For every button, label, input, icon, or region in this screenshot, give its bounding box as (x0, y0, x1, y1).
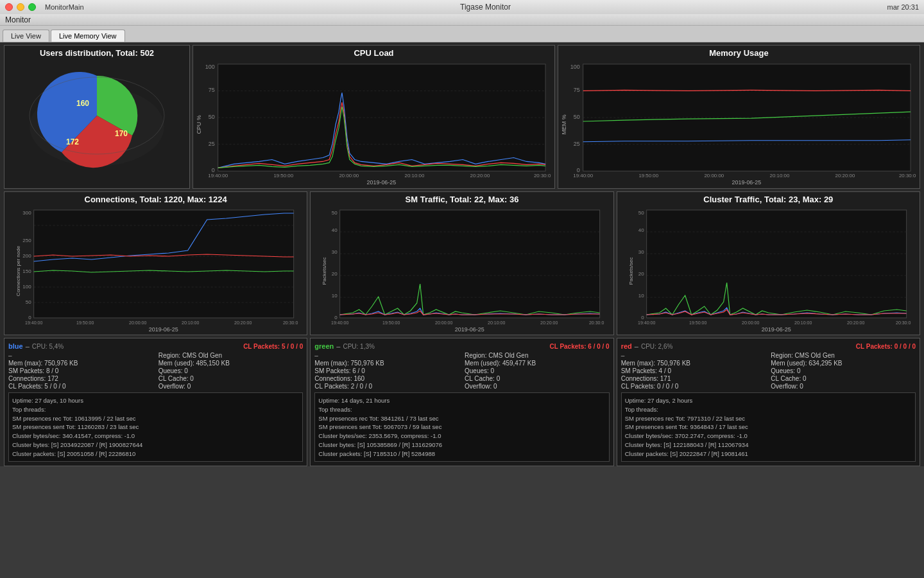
sm-x-5: 20:20:00 (540, 320, 558, 325)
node-red-mem-used: Mem (used): 634,295 KB (771, 360, 916, 367)
node-red-cl-packets-header: CL Packets: 0 / 0 / 0 (856, 343, 916, 350)
mem-date: 2019-06-25 (732, 179, 762, 186)
cpu-x-2: 19:50:00 (273, 173, 293, 179)
time-display: mar 20:31 (887, 3, 919, 11)
node-red-details: Uptime: 27 days, 2 hours Top threads: SM… (621, 392, 916, 462)
cpu-y-label: CPU % (196, 115, 202, 134)
cluster-chart: Packets/sec 0 10 20 30 40 50 19:40:00 (620, 207, 917, 332)
node-green-dash2: – (314, 352, 459, 359)
conn-y-label: Connections per node (15, 245, 21, 296)
pie-label-172: 172 (66, 137, 79, 146)
node-blue-cl-packets-header: CL Packets: 5 / 0 / 0 (243, 343, 303, 350)
close-button[interactable] (5, 3, 13, 11)
conn-y-0: 0 (28, 315, 31, 320)
node-red-line3: Cluster bytes/sec: 3702.2747, compress: … (625, 432, 912, 441)
node-green-mem-used: Mem (used): 459,477 KB (465, 360, 610, 367)
sm-x-3: 20:00:00 (435, 320, 452, 325)
node-blue-uptime: Uptime: 27 days, 10 hours (12, 396, 299, 405)
memory-usage-title: Memory Usage (561, 48, 917, 58)
node-green-cl-packets-header: CL Packets: 6 / 0 / 0 (549, 343, 609, 350)
node-green-panel: green – CPU: 1,3% CL Packets: 6 / 0 / 0 … (310, 338, 613, 466)
cpu-y-100: 100 (205, 64, 215, 70)
sm-x-1: 19:40:00 (331, 320, 348, 325)
node-red-dash: – (635, 342, 638, 350)
node-green-line1: SM presences rec Tot: 3841261 / 73 last … (318, 414, 605, 423)
minimize-button[interactable] (17, 3, 24, 11)
node-green-uptime: Uptime: 14 days, 21 hours (318, 396, 605, 405)
cl-x-2: 19:50:00 (689, 320, 706, 325)
node-green-cl-cache: CL Cache: 0 (465, 375, 610, 382)
node-blue-mem-used: Mem (used): 485,150 KB (158, 360, 304, 367)
conn-y-200: 200 (22, 253, 31, 259)
conn-x-6: 20:30:0 (283, 320, 298, 325)
cl-y-20: 20 (638, 271, 644, 277)
node-blue-top-threads: Top threads: (12, 405, 299, 414)
node-blue-line2: SM presences sent Tot: 11260283 / 23 las… (12, 423, 299, 432)
node-green-name: green (314, 342, 334, 350)
app-name: MonitorMain (45, 3, 84, 11)
mem-x-5: 20:20:00 (835, 173, 855, 179)
conn-date: 2019-06-25 (149, 326, 178, 332)
conn-x-4: 20:10:00 (182, 320, 199, 325)
users-distribution-panel: Users distribution, Total: 502 (4, 45, 190, 189)
node-blue-cl-cache: CL Cache: 0 (158, 375, 304, 382)
users-distribution-title: Users distribution, Total: 502 (7, 48, 187, 58)
node-blue-line4: Cluster bytes: [S] 2034922087 / [R] 1900… (12, 441, 299, 450)
node-blue-dash: – (26, 342, 30, 350)
sm-x-4: 20:10:00 (488, 320, 505, 325)
cl-y-30: 30 (638, 249, 644, 255)
menu-bar: Monitor (0, 14, 924, 26)
sm-x-6: 20:30:0 (589, 320, 604, 325)
node-blue-sm-packets: SM Packets: 8 / 0 (8, 367, 153, 374)
node-red-overflow: Overflow: 0 (771, 383, 916, 390)
cpu-load-chart: CPU % 0 25 50 75 100 19:40 (196, 60, 552, 186)
system-tray: mar 20:31 (887, 3, 919, 11)
node-green-details: Uptime: 14 days, 21 hours Top threads: S… (314, 392, 609, 462)
menu-item-monitor[interactable]: Monitor (5, 15, 31, 24)
cl-x-5: 20:20:00 (847, 320, 864, 325)
cl-date: 2019-06-25 (761, 326, 791, 332)
node-green-mem-max: Mem (max): 750,976 KB (314, 360, 459, 367)
node-green-dash: – (336, 342, 340, 350)
connections-panel: Connections, Total: 1220, Max: 1224 Conn… (4, 191, 307, 335)
sm-x-2: 19:50:00 (382, 320, 400, 325)
node-green-overflow: Overflow: 0 (465, 383, 610, 390)
node-red-dash2: – (621, 352, 766, 359)
node-green-line5: Cluster packets: [S] 7185310 / [R] 52849… (318, 450, 605, 459)
mem-x-2: 19:50:00 (638, 173, 658, 179)
sm-traffic-panel: SM Traffic, Total: 22, Max: 36 Packets/s… (310, 191, 613, 335)
node-blue-cl-packets2: CL Packets: 5 / 0 / 0 (8, 383, 153, 390)
node-green-line4: Cluster bytes: [S] 105385869 / [R] 13162… (318, 441, 605, 450)
conn-y-100: 100 (22, 284, 31, 290)
cpu-x-5: 20:20:00 (470, 173, 490, 179)
node-blue-panel: blue – CPU: 5,4% CL Packets: 5 / 0 / 0 –… (4, 338, 307, 466)
node-info-row: blue – CPU: 5,4% CL Packets: 5 / 0 / 0 –… (4, 338, 920, 466)
connections-chart: Connections per node 0 50 100 150 200 25… (7, 207, 304, 332)
mem-chart-bg (583, 64, 911, 171)
conn-x-3: 20:00:00 (129, 320, 146, 325)
node-red-cl-packets2: CL Packets: 0 / 0 / 0 (621, 383, 766, 390)
tabs-bar: Live View Live Memory View (0, 26, 924, 42)
conn-y-300: 300 (22, 210, 31, 216)
node-red-region: Region: CMS Old Gen (771, 352, 916, 359)
cl-chart-bg (646, 210, 906, 318)
cl-y-50: 50 (638, 210, 644, 216)
cl-y-label: Packets/sec (628, 257, 633, 285)
node-green-sm-packets: SM Packets: 6 / 0 (314, 367, 459, 374)
pie-label-170: 170 (115, 129, 128, 138)
sm-date: 2019-06-25 (455, 326, 484, 332)
node-blue-dash2: – (8, 352, 153, 359)
conn-x-2: 19:50:00 (76, 320, 94, 325)
maximize-button[interactable] (28, 3, 36, 11)
tab-live-memory-view[interactable]: Live Memory View (51, 30, 125, 42)
node-red-uptime: Uptime: 27 days, 2 hours (625, 396, 912, 405)
node-red-line5: Cluster packets: [S] 20222847 / [R] 1908… (625, 450, 912, 459)
cl-y-0: 0 (641, 315, 644, 320)
tab-live-view[interactable]: Live View (3, 30, 49, 42)
node-blue-line5: Cluster packets: [S] 20051058 / [R] 2228… (12, 450, 299, 459)
node-red-queues: Queues: 0 (771, 367, 916, 374)
cpu-x-3: 20:00:00 (339, 173, 359, 179)
sm-y-50: 50 (332, 210, 338, 216)
node-red-top-threads: Top threads: (625, 405, 912, 414)
mem-y-25: 25 (574, 141, 580, 147)
